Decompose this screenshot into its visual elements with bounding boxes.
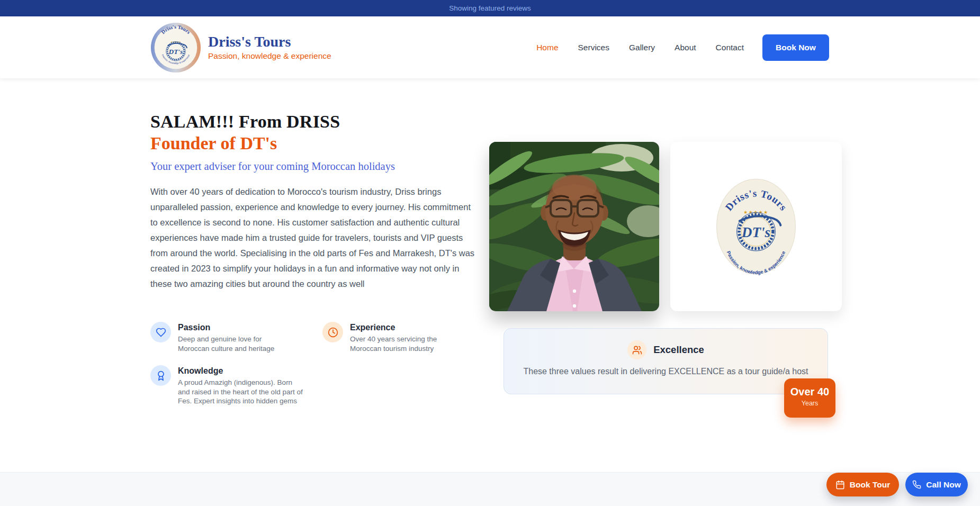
calendar-icon — [835, 480, 845, 490]
main-nav: Home Services Gallery About Contact — [536, 43, 744, 52]
announcement-text: Showing featured reviews — [449, 4, 531, 12]
hero-subtitle-founder: Founder of DT's — [150, 133, 479, 153]
experience-badge: Over 40 Years — [784, 378, 835, 418]
logo-card: Driss's Tours ★★★★★ DT's Passion, knowle… — [670, 142, 842, 311]
feature-experience-text: Experience Over 40 years servicing the M… — [350, 322, 453, 353]
excellence-text: These three values result in delivering … — [504, 367, 828, 376]
feature-knowledge-text: Knowledge A proud Amazigh (indigenous). … — [178, 365, 306, 406]
call-now-label: Call Now — [926, 480, 960, 490]
users-icon — [627, 340, 646, 359]
logo-monogram: DT's — [741, 224, 770, 240]
call-now-fab[interactable]: Call Now — [905, 473, 968, 496]
clock-icon — [322, 322, 343, 342]
phone-icon — [912, 480, 921, 489]
excellence-title: Excellence — [653, 344, 704, 356]
book-now-button[interactable]: Book Now — [762, 34, 829, 61]
founder-portrait-illustration — [489, 142, 659, 311]
page: Showing featured reviews — [0, 0, 980, 506]
brand-home-link[interactable]: Driss's Tours ★★★★★ DT's Passion, knowle… — [150, 22, 331, 73]
book-tour-fab[interactable]: Book Tour — [826, 473, 899, 496]
nav-item-gallery[interactable]: Gallery — [629, 43, 655, 52]
brand-text: Driss's Tours Passion, knowledge & exper… — [208, 34, 331, 61]
feature-passion: Passion Deep and genuine love for Morocc… — [150, 322, 276, 353]
feature-description: Deep and genuine love for Moroccan cultu… — [178, 335, 276, 353]
heart-icon — [150, 322, 171, 342]
hero-intro: SALAM!!! From DRISS Founder of DT's Your… — [150, 111, 479, 292]
feature-knowledge: Knowledge A proud Amazigh (indigenous). … — [150, 365, 306, 406]
brand-tagline: Passion, knowledge & experience — [208, 51, 331, 61]
company-logo: Driss's Tours ★★★★★ DT's Passion, knowle… — [712, 174, 801, 279]
feature-description: Over 40 years servicing the Moroccan tou… — [350, 335, 453, 353]
feature-title: Knowledge — [178, 366, 306, 376]
site-header: Driss's Tours ★★★★★ DT's Passion, knowle… — [0, 16, 980, 78]
nav-item-services[interactable]: Services — [578, 43, 609, 52]
feature-passion-text: Passion Deep and genuine love for Morocc… — [178, 322, 276, 353]
brand-name: Driss's Tours — [208, 34, 331, 50]
badge-unit: Years — [784, 400, 835, 407]
hero-title: SALAM!!! From DRISS — [150, 111, 479, 133]
excellence-card: Excellence These three values result in … — [504, 328, 828, 394]
feature-title: Passion — [178, 323, 276, 332]
nav-item-home[interactable]: Home — [536, 43, 558, 52]
feature-description: A proud Amazigh (indigenous). Born and r… — [178, 378, 306, 406]
feature-experience: Experience Over 40 years servicing the M… — [322, 322, 453, 353]
founder-photo — [489, 142, 659, 311]
excellence-header: Excellence — [504, 340, 828, 359]
badge-value: Over 40 — [784, 386, 835, 398]
header-container: Driss's Tours ★★★★★ DT's Passion, knowle… — [150, 16, 829, 78]
nav-item-about[interactable]: About — [675, 43, 696, 52]
feature-title: Experience — [350, 323, 453, 332]
nav-item-contact[interactable]: Contact — [716, 43, 744, 52]
hero-section: SALAM!!! From DRISS Founder of DT's Your… — [150, 78, 849, 472]
brand-logo-icon: Driss's Tours ★★★★★ DT's Passion, knowle… — [150, 22, 201, 73]
book-tour-label: Book Tour — [850, 480, 890, 490]
hero-tagline: Your expert adviser for your coming Moro… — [150, 160, 479, 173]
award-icon — [150, 365, 171, 386]
announcement-bar: Showing featured reviews — [0, 0, 980, 16]
logo-monogram: DT's — [168, 48, 183, 56]
hero-paragraph: With over 40 years of dedication to Moro… — [150, 184, 476, 292]
